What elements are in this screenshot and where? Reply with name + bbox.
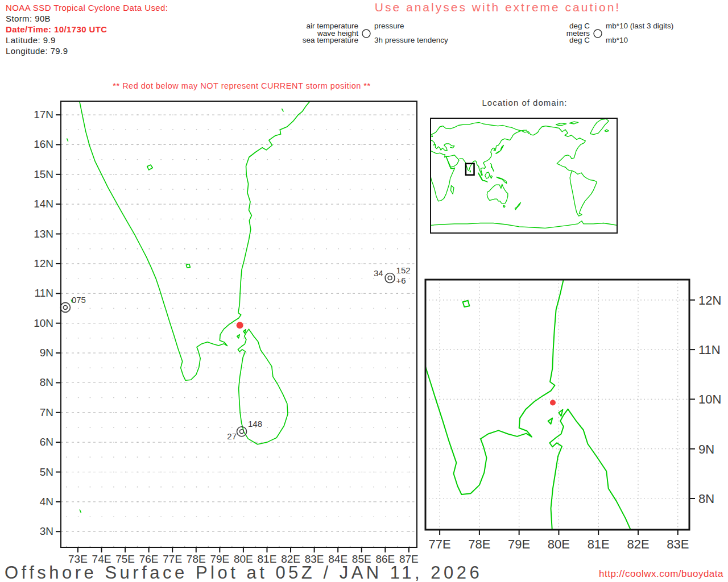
legend-sea-temperature-label: sea temperature [239, 37, 358, 44]
coastline-w_europe_med [431, 140, 454, 151]
y-tick-label: 15N [34, 168, 53, 180]
coastline-india [421, 273, 671, 494]
legend-pressure-tendency-label: 3h pressure tendency [374, 37, 448, 44]
storm-position-dot [550, 400, 556, 406]
coastline-islet_b [243, 330, 246, 334]
station-value-tr: 152 [396, 265, 411, 275]
station-model-legend: air temperature wave height sea temperat… [239, 23, 448, 44]
y-tick-label: 16N [34, 138, 53, 150]
coastline-w_north_america [528, 126, 585, 171]
y-tick-label: 6N [40, 436, 53, 448]
detail-coastlines [421, 273, 671, 557]
coastline-w_sulawesi [490, 176, 493, 178]
station-value-tr: 075 [72, 295, 86, 305]
coastline-w_new_guinea [497, 177, 507, 184]
coastline-lake_b [463, 301, 470, 307]
coastline-lake_a [147, 165, 153, 170]
caution-banner: Use analyses with extreme caution! [341, 1, 654, 14]
info-longitude-line: Longitude: 79.9 [6, 45, 168, 56]
unit-degc2-label: deg C [500, 37, 590, 44]
station-outer-circle [60, 302, 70, 312]
y-tick-label: 11N [698, 343, 721, 357]
main-gridlines [61, 115, 417, 546]
coastline-w_new_zealand [515, 202, 521, 210]
world-inset-canvas [427, 94, 623, 239]
y-tick-label: 12N [34, 257, 53, 269]
detail-map-frame [425, 280, 689, 530]
storm-info-block: NOAA SSD Tropical Cyclone Data Used: Sto… [6, 2, 168, 56]
coastline-islet_a [237, 335, 240, 338]
station-value-ml: 34 [374, 268, 383, 278]
coastline-islet_a [548, 418, 553, 424]
x-tick-label: 77E [429, 537, 451, 551]
y-tick-label: 12N [698, 293, 721, 307]
main-map-canvas: 07534152+62714873E74E75E76E77E78E79E80E8… [31, 95, 424, 568]
coastline-w_south_america [570, 171, 597, 216]
x-tick-label: 78E [468, 537, 490, 551]
x-tick-label: 80E [548, 537, 570, 551]
coastline-w_lanka_dot [470, 171, 470, 172]
coastline-w_japan [496, 145, 504, 153]
y-tick-label: 10N [34, 317, 53, 329]
units-legend: deg C meters deg C mb*10 (last 3 digits)… [500, 23, 673, 44]
coastline-w_arabia [446, 155, 459, 167]
station-legend-left-labels: air temperature wave height sea temperat… [239, 23, 358, 44]
coastline-w_arctic_2 [569, 122, 578, 124]
y-tick-label: 17N [34, 109, 53, 120]
station-buoy-075: 075 [60, 295, 86, 313]
inset-map-frame [431, 118, 617, 233]
y-tick-label: 10N [698, 392, 721, 406]
y-tick-label: 14N [34, 198, 53, 210]
y-tick-label: 4N [40, 496, 53, 508]
y-tick-label: 11N [35, 287, 53, 299]
station-circle-icon [593, 28, 603, 39]
station-buoy-34-152: 34152+6 [374, 265, 411, 285]
y-tick-label: 3N [40, 525, 53, 537]
coastline-lake_b [186, 264, 190, 268]
x-tick-label: 79E [508, 537, 530, 551]
coastline-w_borneo [485, 172, 490, 178]
coastline-w_madagascar [451, 186, 454, 194]
coastline-w_australia [487, 184, 508, 203]
detail-map: 77E78E79E80E81E82E83E12N11N10N9N8N [421, 273, 728, 557]
info-datetime-line: Date/Time: 10/1730 UTC [6, 24, 168, 35]
x-tick-label: 83E [667, 537, 689, 551]
coastline-mark_d [282, 109, 283, 111]
storm-position-warning: ** Red dot below may NOT represent CURRE… [65, 81, 418, 90]
units-legend-left-labels: deg C meters deg C [500, 23, 590, 44]
coastline-w_tasmania [503, 205, 506, 207]
station-value-bl: 27 [227, 431, 237, 441]
station-inner-circle [388, 276, 392, 280]
coastline-w_africa [431, 151, 455, 201]
coastline-w_philippines [491, 164, 494, 172]
info-storm-line: Storm: 90B [6, 13, 168, 24]
y-tick-label: 8N [40, 376, 53, 388]
world-inset-map [427, 94, 623, 239]
y-tick-label: 7N [40, 406, 53, 418]
storm-position-dot [237, 322, 243, 329]
station-value-br: +6 [396, 276, 406, 285]
half-degree-dots [66, 115, 410, 546]
y-tick-label: 8N [698, 492, 714, 506]
coastline-w_asia_east [460, 130, 527, 176]
coastline-w_arctic_1 [556, 123, 566, 126]
coastline-w_antarctica [431, 221, 617, 228]
unit-mb10-label: mb*10 [606, 37, 673, 44]
coastline-w_greenland [590, 119, 609, 135]
station-legend-right-labels: pressure 3h pressure tendency [374, 23, 448, 44]
station-outer-circle [385, 273, 395, 283]
x-tick-label: 82E [627, 537, 649, 551]
info-latitude-line: Latitude: 9.9 [6, 35, 168, 45]
station-buoy-27-148: 27148 [227, 419, 262, 441]
coastline-mark_b [67, 139, 68, 141]
unit-mb10-digits-label: mb*10 (last 3 digits) [606, 23, 673, 30]
station-inner-circle [63, 305, 67, 309]
main-map: 07534152+62714873E74E75E76E77E78E79E80E8… [31, 95, 424, 568]
y-tick-label: 9N [40, 347, 53, 359]
y-tick-label: 9N [698, 442, 714, 456]
coastline-w_iceland [605, 130, 609, 132]
inset-coastlines [431, 119, 617, 228]
coastline-sri_lanka [549, 409, 633, 557]
source-url: http://coolwx.com/buoydata [599, 568, 723, 580]
coastline-sri_lanka [238, 329, 288, 444]
